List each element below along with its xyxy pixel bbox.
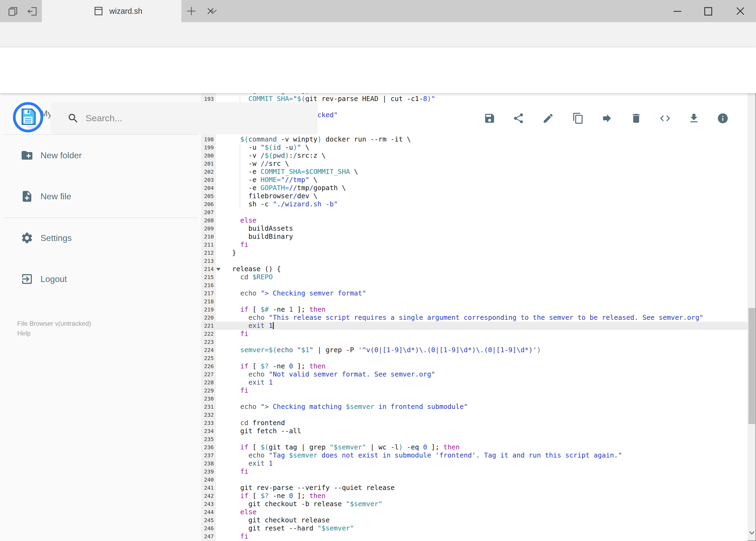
code-line[interactable]: 222 fi bbox=[201, 330, 748, 338]
help-link[interactable]: Help bbox=[17, 328, 91, 338]
line-number: 225 bbox=[201, 355, 214, 361]
code-line[interactable]: 224 semver=$(echo "$1" | grep -P '^v(0|[… bbox=[201, 346, 748, 354]
code-line[interactable]: 227 echo "Not valid semver format. See s… bbox=[201, 370, 748, 378]
code-line[interactable]: 193 COMMIT_SHA="$(git rev-parse HEAD | c… bbox=[201, 95, 748, 103]
code-line[interactable]: 246 git reset --hard "$semver" bbox=[201, 524, 748, 532]
edit-button[interactable] bbox=[542, 112, 554, 124]
code-line[interactable]: 213 bbox=[201, 257, 748, 265]
code-line[interactable]: 242 if [ $? -ne 0 ]; then bbox=[201, 492, 748, 500]
line-number: 240 bbox=[201, 476, 214, 483]
tab-strip: wizard.sh bbox=[0, 0, 756, 22]
code-line[interactable]: 239 fi bbox=[201, 467, 748, 476]
code-line[interactable]: 212} bbox=[201, 249, 748, 257]
code-line[interactable]: 238 exit 1 bbox=[201, 459, 748, 467]
code-line[interactable]: 211 fi bbox=[201, 241, 748, 249]
new-tab-icon[interactable] bbox=[184, 4, 199, 18]
sidebar-item-new-folder[interactable]: New folder bbox=[0, 142, 201, 169]
indent-guide bbox=[240, 168, 240, 176]
code-line[interactable]: 218 bbox=[201, 297, 748, 305]
code-line[interactable]: 209 buildAssets bbox=[201, 225, 748, 233]
code-line[interactable]: 233 cd frontend bbox=[201, 419, 748, 427]
code-line[interactable]: 203 -e HOME="//tmp" \ bbox=[201, 176, 748, 184]
set-tabs-aside-icon[interactable] bbox=[26, 5, 38, 17]
save-button[interactable] bbox=[484, 112, 496, 124]
code-line[interactable]: 199 -u "$(id -u)" \ bbox=[201, 144, 748, 152]
code-line[interactable]: 234 git fetch --all bbox=[201, 427, 748, 435]
code-editor[interactable]: 192 if [ -d ".git" ]; then193 COMMIT_SHA… bbox=[201, 93, 748, 541]
code-line[interactable]: 207 bbox=[201, 208, 748, 216]
download-button[interactable] bbox=[688, 112, 700, 124]
code-line[interactable]: 205 filebrowser/dev \ bbox=[201, 192, 748, 200]
code-line[interactable]: 215 cd $REPO bbox=[201, 273, 748, 281]
line-number: 208 bbox=[201, 217, 214, 224]
code-line[interactable]: 245 git checkout release bbox=[201, 516, 748, 524]
trash-icon bbox=[630, 112, 642, 124]
share-button[interactable] bbox=[513, 112, 524, 124]
code-line[interactable]: 232 bbox=[201, 411, 748, 419]
code-line[interactable]: 228 exit 1 bbox=[201, 378, 748, 386]
delete-button[interactable] bbox=[630, 112, 642, 124]
code-line[interactable]: 244 else bbox=[201, 508, 748, 516]
code-line[interactable]: 198 $(command -v winpty) docker run --rm… bbox=[201, 135, 748, 144]
code-line[interactable]: 221 exit 1 bbox=[201, 322, 748, 330]
filebrowser-logo[interactable] bbox=[13, 102, 43, 132]
sidebar-item-settings[interactable]: Settings bbox=[0, 225, 201, 252]
code-line[interactable]: 202 -e COMMIT_SHA=$COMMIT_SHA \ bbox=[201, 168, 748, 176]
code-line[interactable]: 200 -v /$(pwd):/src:z \ bbox=[201, 152, 748, 160]
code-line[interactable]: 220 echo "This release script requires a… bbox=[201, 313, 748, 322]
code-line[interactable]: 217 echo "> Checking semver format" bbox=[201, 289, 748, 297]
sidebar-item-new-file[interactable]: New file bbox=[0, 183, 201, 210]
move-button[interactable] bbox=[601, 112, 613, 124]
code-line[interactable]: 216 bbox=[201, 281, 748, 289]
page-scrollbar[interactable] bbox=[748, 48, 755, 540]
scrollbar-thumb[interactable] bbox=[748, 308, 755, 424]
code-line[interactable]: 204 -e GOPATH=//tmp/gopath \ bbox=[201, 184, 748, 192]
tab-preview-icon[interactable] bbox=[7, 5, 19, 17]
code-text: -w //src \ bbox=[232, 160, 289, 168]
minimize-icon[interactable] bbox=[667, 0, 688, 22]
code-line[interactable]: 219 if [ $# -ne 1 ]; then bbox=[201, 305, 748, 313]
search-input[interactable] bbox=[86, 102, 310, 134]
maximize-icon[interactable] bbox=[698, 0, 718, 22]
code-line[interactable]: 241 git rev-parse --verify --quiet relea… bbox=[201, 484, 748, 492]
code-text: fi bbox=[232, 467, 248, 476]
code-line[interactable]: 231 echo "> Checking matching $semver in… bbox=[201, 403, 748, 411]
code-line[interactable]: 225 bbox=[201, 354, 748, 362]
copy-button[interactable] bbox=[572, 112, 584, 124]
line-number: 238 bbox=[201, 460, 214, 467]
code-text: else bbox=[232, 216, 256, 225]
code-line[interactable]: 247 fi bbox=[201, 532, 748, 540]
sidebar-item-logout[interactable]: Logout bbox=[0, 266, 201, 292]
code-line[interactable]: 210 buildBinary bbox=[201, 233, 748, 241]
tab-list-chevron-icon[interactable] bbox=[206, 4, 221, 18]
code-text: if [ $? -ne 0 ]; then bbox=[232, 362, 326, 370]
line-number: 244 bbox=[201, 509, 214, 515]
line-number: 223 bbox=[201, 339, 214, 345]
indent-guide bbox=[240, 200, 240, 208]
code-line[interactable]: 201 -w //src \ bbox=[201, 160, 748, 168]
code-line[interactable]: 236 if [ $(git tag | grep "$semver" | wc… bbox=[201, 443, 748, 451]
raw-code-button[interactable] bbox=[659, 112, 671, 124]
info-button[interactable] bbox=[717, 112, 729, 124]
close-window-icon[interactable] bbox=[730, 0, 751, 22]
code-line[interactable]: 208 else bbox=[201, 216, 748, 225]
code-line[interactable]: 230 bbox=[201, 395, 748, 403]
scroll-down-icon[interactable] bbox=[748, 527, 756, 539]
code-line[interactable]: 206 sh -c "./wizard.sh -b" bbox=[201, 200, 748, 208]
code-line[interactable]: 214release () { bbox=[201, 265, 748, 273]
code-line[interactable]: 237 echo "Tag $semver does not exist in … bbox=[201, 451, 748, 459]
search-bar[interactable] bbox=[51, 102, 318, 134]
fold-marker-icon[interactable] bbox=[216, 268, 220, 270]
code-line[interactable]: 226 if [ $? -ne 0 ]; then bbox=[201, 362, 748, 370]
save-icon bbox=[484, 112, 496, 124]
line-number: 217 bbox=[201, 290, 214, 296]
code-line[interactable]: 243 git checkout -b release "$semver" bbox=[201, 500, 748, 508]
code-line[interactable]: 235 bbox=[201, 435, 748, 443]
line-number: 220 bbox=[201, 314, 214, 321]
browser-tab[interactable]: wizard.sh bbox=[42, 0, 181, 22]
code-line[interactable]: 229 fi bbox=[201, 386, 748, 395]
code-line[interactable]: 223 bbox=[201, 338, 748, 346]
code-line[interactable]: 240 bbox=[201, 476, 748, 484]
line-number: 201 bbox=[201, 161, 214, 167]
pencil-icon bbox=[542, 112, 554, 124]
